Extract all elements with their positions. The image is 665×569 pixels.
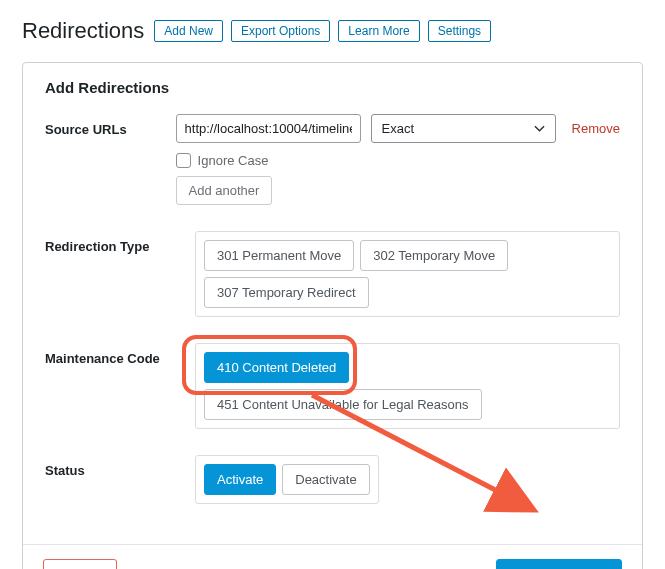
source-urls-label: Source URLs (45, 114, 176, 137)
page-title: Redirections (22, 18, 144, 44)
match-type-select[interactable]: Exact (371, 114, 556, 143)
header-actions: Add New Export Options Learn More Settin… (154, 20, 491, 42)
add-redirection-button[interactable]: Add Redirection (496, 559, 623, 569)
status-options: Activate Deactivate (195, 455, 379, 504)
learn-more-button[interactable]: Learn More (338, 20, 419, 42)
status-activate[interactable]: Activate (204, 464, 276, 495)
option-307[interactable]: 307 Temporary Redirect (204, 277, 369, 308)
redirection-type-label: Redirection Type (45, 231, 195, 254)
maintenance-code-label: Maintenance Code (45, 343, 195, 366)
chevron-down-icon (534, 123, 545, 134)
ignore-case-label: Ignore Case (198, 153, 269, 168)
card-title: Add Redirections (45, 79, 620, 96)
ignore-case-checkbox[interactable] (176, 153, 191, 168)
option-301[interactable]: 301 Permanent Move (204, 240, 354, 271)
option-302[interactable]: 302 Temporary Move (360, 240, 508, 271)
remove-source-link[interactable]: Remove (572, 121, 620, 136)
settings-button[interactable]: Settings (428, 20, 491, 42)
option-451[interactable]: 451 Content Unavailable for Legal Reason… (204, 389, 482, 420)
add-new-button[interactable]: Add New (154, 20, 223, 42)
option-410[interactable]: 410 Content Deleted (204, 352, 349, 383)
add-redirections-card: Add Redirections Source URLs Exact Remov… (22, 62, 643, 569)
match-type-value: Exact (382, 121, 415, 136)
maintenance-code-options: 410 Content Deleted 451 Content Unavaila… (195, 343, 620, 429)
source-url-input[interactable] (176, 114, 361, 143)
export-options-button[interactable]: Export Options (231, 20, 330, 42)
status-deactivate[interactable]: Deactivate (282, 464, 369, 495)
redirection-type-options: 301 Permanent Move 302 Temporary Move 30… (195, 231, 620, 317)
cancel-button[interactable]: Cancel (43, 559, 117, 569)
add-another-button[interactable]: Add another (176, 176, 273, 205)
status-label: Status (45, 455, 195, 478)
